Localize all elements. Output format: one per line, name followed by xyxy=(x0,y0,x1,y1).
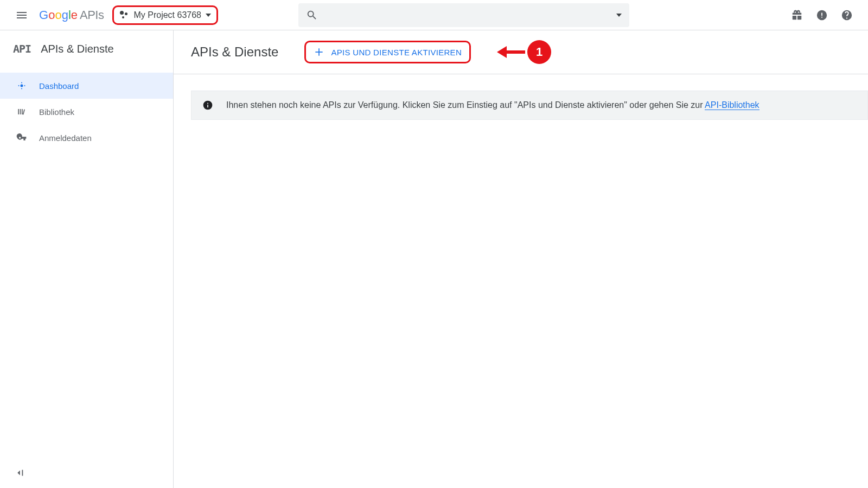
api-library-link[interactable]: API-Bibliothek xyxy=(705,100,760,110)
info-icon xyxy=(202,100,213,111)
banner-text: Ihnen stehen noch keine APIs zur Verfügu… xyxy=(226,100,760,110)
sidebar-item-dashboard[interactable]: Dashboard xyxy=(0,73,173,99)
hamburger-icon xyxy=(15,9,28,22)
chevron-down-icon xyxy=(206,14,211,17)
project-icon xyxy=(119,10,129,20)
help-icon[interactable] xyxy=(841,9,853,21)
key-icon xyxy=(16,132,27,143)
search-box[interactable] xyxy=(298,3,629,27)
gift-icon[interactable] xyxy=(791,9,803,21)
logo-text: Google xyxy=(39,8,78,22)
notification-icon[interactable] xyxy=(816,9,828,21)
search-dropdown-icon[interactable] xyxy=(616,14,622,17)
library-icon xyxy=(16,106,27,117)
plus-icon xyxy=(314,47,324,57)
api-logo-icon: API xyxy=(13,42,31,55)
menu-button[interactable] xyxy=(9,2,35,28)
sidebar-header: API APIs & Dienste xyxy=(0,30,173,67)
dashboard-icon xyxy=(16,80,27,91)
main-content: APIs & Dienste APIS UND DIENSTE AKTIVIER… xyxy=(174,30,868,488)
info-banner: Ihnen stehen noch keine APIs zur Verfügu… xyxy=(191,91,868,120)
arrow-line xyxy=(506,50,525,54)
sidebar: API APIs & Dienste Dashboard Bibliothek … xyxy=(0,30,174,488)
collapse-sidebar-button[interactable] xyxy=(13,467,25,480)
page-title: APIs & Dienste xyxy=(191,44,278,60)
search-input[interactable] xyxy=(324,10,610,20)
google-apis-logo[interactable]: Google APIs xyxy=(39,8,104,22)
chevron-left-icon xyxy=(13,467,25,479)
annotation-callout: 1 xyxy=(497,40,551,64)
sidebar-item-anmeldedaten[interactable]: Anmeldedaten xyxy=(0,125,173,151)
sidebar-item-label: Anmeldedaten xyxy=(39,133,92,143)
sidebar-item-label: Dashboard xyxy=(39,81,79,91)
sidebar-item-label: Bibliothek xyxy=(39,107,74,117)
annotation-badge: 1 xyxy=(527,40,551,64)
search-icon xyxy=(306,9,318,21)
sidebar-title: APIs & Dienste xyxy=(41,43,114,55)
activate-apis-button[interactable]: APIS UND DIENSTE AKTIVIEREN xyxy=(304,41,471,63)
logo-suffix: APIs xyxy=(80,8,104,22)
project-name: My Project 63768 xyxy=(133,10,201,20)
page-header: APIs & Dienste APIS UND DIENSTE AKTIVIER… xyxy=(174,30,868,74)
project-selector[interactable]: My Project 63768 xyxy=(112,5,218,25)
activate-label: APIS UND DIENSTE AKTIVIEREN xyxy=(331,48,462,57)
sidebar-item-bibliothek[interactable]: Bibliothek xyxy=(0,99,173,125)
